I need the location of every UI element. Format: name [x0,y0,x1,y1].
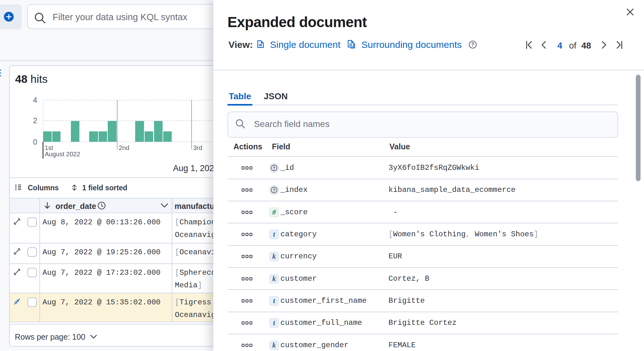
svg-text:?: ? [471,42,474,47]
svg-text:?: ? [273,188,275,193]
svg-text:?: ? [273,166,275,170]
